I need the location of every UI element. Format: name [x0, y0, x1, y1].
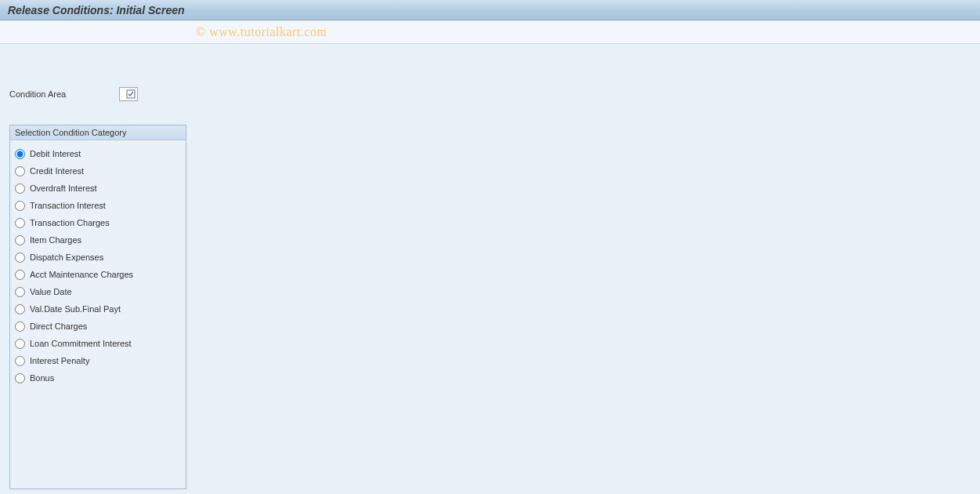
radio-row[interactable]: Acct Maintenance Charges — [15, 266, 181, 283]
radio-row[interactable]: Bonus — [15, 369, 181, 387]
radio-row[interactable]: Transaction Charges — [15, 214, 181, 231]
toolbar: © www.tutorialkart.com — [0, 20, 980, 44]
radio-label: Overdraft Interest — [30, 183, 97, 193]
radio-label: Dispatch Expenses — [30, 252, 103, 262]
radio-row[interactable]: Value Date — [15, 283, 181, 300]
radio-label: Bonus — [30, 373, 54, 383]
condition-area-row: Condition Area — [9, 87, 980, 101]
radio-input[interactable] — [15, 166, 25, 176]
radio-label: Acct Maintenance Charges — [30, 270, 133, 279]
watermark-text: © www.tutorialkart.com — [196, 25, 327, 39]
radio-input[interactable] — [15, 183, 25, 194]
radio-row[interactable]: Direct Charges — [15, 318, 181, 335]
radio-label: Interest Penalty — [30, 356, 89, 365]
radio-input[interactable] — [15, 287, 25, 297]
content-area: Condition Area Selection Condition Categ… — [0, 44, 980, 489]
page-title: Release Conditions: Initial Screen — [8, 4, 185, 16]
radio-label: Item Charges — [30, 235, 81, 245]
radio-row[interactable]: Interest Penalty — [15, 352, 181, 369]
radio-input[interactable] — [15, 339, 25, 349]
radio-label: Transaction Interest — [30, 201, 106, 210]
radio-input[interactable] — [15, 270, 25, 280]
radio-input[interactable] — [15, 235, 25, 245]
radio-label: Val.Date Sub.Final Payt — [30, 304, 121, 314]
radio-row[interactable]: Overdraft Interest — [15, 180, 181, 197]
search-help-icon[interactable] — [125, 89, 136, 100]
groupbox-body: Debit InterestCredit InterestOverdraft I… — [10, 140, 186, 489]
condition-area-input-wrap — [119, 87, 138, 101]
radio-row[interactable]: Val.Date Sub.Final Payt — [15, 300, 181, 318]
titlebar: Release Conditions: Initial Screen — [0, 0, 980, 20]
radio-input[interactable] — [15, 252, 25, 263]
radio-row[interactable]: Credit Interest — [15, 162, 181, 180]
radio-label: Transaction Charges — [30, 218, 110, 227]
groupbox-header: Selection Condition Category — [10, 125, 186, 140]
radio-input[interactable] — [15, 201, 25, 211]
selection-condition-category-group: Selection Condition Category Debit Inter… — [9, 125, 186, 489]
radio-input[interactable] — [15, 304, 25, 314]
radio-input[interactable] — [15, 356, 25, 366]
radio-label: Debit Interest — [30, 149, 81, 158]
radio-label: Loan Commitment Interest — [30, 339, 132, 348]
radio-row[interactable]: Debit Interest — [15, 145, 181, 162]
condition-area-label: Condition Area — [9, 89, 119, 99]
radio-input[interactable] — [15, 149, 25, 159]
radio-row[interactable]: Dispatch Expenses — [15, 249, 181, 266]
radio-input[interactable] — [15, 218, 25, 228]
radio-label: Value Date — [30, 287, 72, 296]
radio-input[interactable] — [15, 321, 25, 332]
radio-row[interactable]: Transaction Interest — [15, 197, 181, 214]
radio-label: Credit Interest — [30, 166, 84, 176]
radio-input[interactable] — [15, 373, 25, 383]
radio-row[interactable]: Loan Commitment Interest — [15, 335, 181, 352]
radio-label: Direct Charges — [30, 321, 87, 331]
radio-row[interactable]: Item Charges — [15, 231, 181, 249]
